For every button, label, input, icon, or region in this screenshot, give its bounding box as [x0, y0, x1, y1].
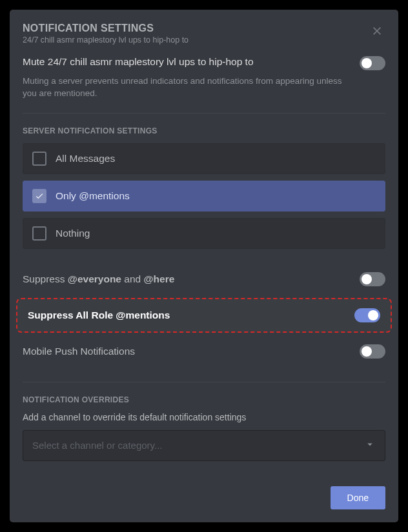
mobile-push-row: Mobile Push Notifications	[23, 334, 385, 369]
notification-radio-group: All Messages Only @mentions Nothing	[23, 143, 385, 249]
label-part: @everyone	[68, 273, 121, 284]
modal-subtitle: 24/7 chill asmr maplestory lvl ups to hi…	[23, 35, 189, 44]
divider	[23, 113, 385, 113]
suppress-everyone-label: Suppress @everyone and @here	[23, 273, 174, 285]
checkbox-icon	[32, 226, 46, 241]
radio-nothing[interactable]: Nothing	[23, 218, 385, 249]
radio-label: All Messages	[56, 153, 115, 164]
checkbox-icon	[32, 152, 46, 166]
suppress-roles-label: Suppress All Role @mentions	[28, 310, 170, 321]
mobile-push-toggle[interactable]	[360, 344, 385, 359]
radio-label: Nothing	[56, 228, 90, 239]
suppress-everyone-toggle[interactable]	[360, 272, 385, 286]
mute-server-name: 24/7 chill asmr maplestory lvl ups to hi…	[48, 56, 254, 67]
mute-label-container: Mute 24/7 chill asmr maplestory lvl ups …	[23, 56, 254, 68]
label-part: and	[121, 273, 143, 284]
mute-description: Muting a server prevents unread indicato…	[23, 75, 345, 100]
notification-settings-modal: NOTIFICATION SETTINGS 24/7 chill asmr ma…	[10, 10, 398, 522]
mobile-push-label: Mobile Push Notifications	[23, 346, 135, 357]
modal-header: NOTIFICATION SETTINGS 24/7 chill asmr ma…	[23, 23, 385, 44]
toggle-knob	[368, 310, 378, 320]
close-icon[interactable]	[369, 23, 385, 42]
select-placeholder: Select a channel or category...	[32, 440, 163, 451]
server-notification-label: SERVER NOTIFICATION SETTINGS	[23, 126, 385, 135]
divider	[23, 382, 385, 382]
radio-only-mentions[interactable]: Only @mentions	[23, 181, 385, 212]
channel-select[interactable]: Select a channel or category...	[23, 430, 385, 461]
done-button[interactable]: Done	[331, 486, 385, 509]
toggle-knob	[362, 346, 372, 357]
mute-label-prefix: Mute	[23, 56, 48, 67]
checkbox-icon	[32, 189, 46, 203]
overrides-description: Add a channel to override its default no…	[23, 412, 385, 422]
mute-server-row: Mute 24/7 chill asmr maplestory lvl ups …	[23, 56, 385, 70]
label-part: Suppress	[23, 273, 68, 284]
toggle-knob	[362, 274, 372, 284]
radio-label: Only @mentions	[56, 190, 130, 202]
label-part: @here	[143, 273, 174, 284]
mute-toggle[interactable]	[360, 56, 385, 70]
header-text: NOTIFICATION SETTINGS 24/7 chill asmr ma…	[23, 23, 189, 44]
radio-all-messages[interactable]: All Messages	[23, 143, 385, 174]
suppress-roles-row: Suppress All Role @mentions	[16, 298, 392, 333]
overrides-section-label: NOTIFICATION OVERRIDES	[23, 395, 385, 404]
modal-title: NOTIFICATION SETTINGS	[23, 23, 189, 34]
suppress-roles-toggle[interactable]	[354, 308, 380, 322]
suppress-everyone-row: Suppress @everyone and @here	[23, 262, 385, 297]
toggle-knob	[362, 58, 372, 68]
chevron-down-icon	[364, 438, 376, 453]
modal-footer: Done	[23, 473, 385, 509]
